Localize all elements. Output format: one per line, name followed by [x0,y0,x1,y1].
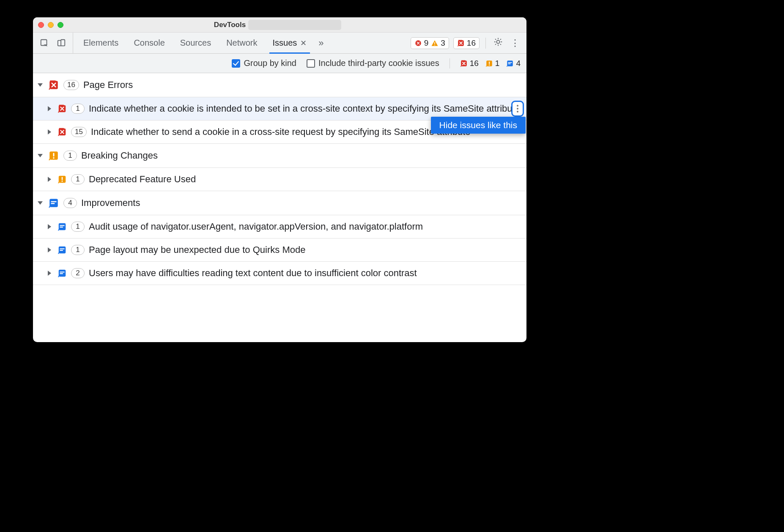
issue-row[interactable]: 1 Page layout may be unexpected due to Q… [33,239,526,261]
filter-error-count[interactable]: 16 [460,59,479,68]
error-circle-icon [414,39,422,47]
error-speech-icon [457,39,465,47]
issues-count-pill[interactable]: 16 [453,37,480,49]
disclosure-triangle-icon[interactable] [36,199,44,207]
inspect-element-button[interactable] [38,37,51,49]
tab-network[interactable]: Network [219,33,265,53]
maximize-window-button[interactable] [58,22,63,28]
warning-speech-icon [58,175,67,184]
category-improvements: 4 Improvements [33,191,526,215]
window-title: DevTools [214,21,246,29]
disclosure-triangle-icon[interactable] [36,152,44,159]
category-header[interactable]: 16 Page Errors [33,73,526,97]
warning-speech-icon [48,150,59,161]
disclosure-triangle-icon[interactable] [46,105,53,112]
issue-item: 2 Users may have difficulties reading te… [33,262,526,285]
disclosure-triangle-icon[interactable] [36,81,44,89]
issue-text: Indicate whether a cookie is intended to… [89,102,522,115]
issue-row[interactable]: 1 Deprecated Feature Used [33,168,526,191]
context-menu-item-label: Hide issues like this [439,120,517,130]
error-speech-icon [460,60,468,67]
disclosure-triangle-icon[interactable] [46,176,53,183]
issue-count-badge: 2 [71,268,85,278]
issues-error-count: 16 [457,38,476,48]
kebab-icon [517,105,518,112]
issue-item: 1 Page layout may be unexpected due to Q… [33,239,526,262]
issue-count-badge: 1 [71,174,85,184]
close-window-button[interactable] [38,22,44,28]
issue-text: Page layout may be unexpected due to Qui… [89,244,522,256]
tab-strip: Elements Console Sources Network Issues … [76,33,314,53]
category-count-badge: 1 [63,151,77,161]
minimize-window-button[interactable] [48,22,54,28]
include-third-party-checkbox[interactable]: Include third-party cookie issues [307,58,439,68]
issue-item: 1 Audit usage of navigator.userAgent, na… [33,215,526,239]
issue-text: Users may have difficulties reading text… [89,267,522,280]
filter-info-count[interactable]: 4 [506,59,521,68]
error-speech-icon [58,127,67,137]
filter-warning-count[interactable]: 1 [485,59,500,68]
category-count-badge: 16 [63,80,79,90]
issue-row[interactable]: 2 Users may have difficulties reading te… [33,262,526,285]
error-count: 9 [414,38,429,48]
issue-item: 1 Indicate whether a cookie is intended … [33,97,526,121]
warning-triangle-icon [431,39,439,47]
disclosure-triangle-icon[interactable] [46,223,53,230]
category-header[interactable]: 4 Improvements [33,191,526,215]
window-controls [38,22,63,28]
tab-issues[interactable]: Issues ✕ [265,33,315,53]
info-speech-icon [58,245,67,255]
titlebar: DevTools [33,17,526,33]
category-header[interactable]: 1 Breaking Changes [33,144,526,167]
context-menu[interactable]: Hide issues like this [431,117,526,134]
close-tab-icon[interactable]: ✕ [300,39,307,47]
disclosure-triangle-icon[interactable] [46,269,53,277]
toolbar-separator [485,38,486,49]
group-by-kind-label: Group by kind [244,58,296,68]
include-third-party-label: Include third-party cookie issues [318,58,439,68]
issue-text: Deprecated Feature Used [89,173,522,186]
category-page-errors: 16 Page Errors [33,73,526,97]
disclosure-triangle-icon[interactable] [46,128,53,136]
warning-speech-icon [485,60,493,67]
issue-kind-counts: 16 1 4 [460,59,521,68]
issue-row[interactable]: 1 Audit usage of navigator.userAgent, na… [33,215,526,238]
info-speech-icon [58,269,67,278]
error-speech-icon [58,104,67,113]
issues-tree: 16 Page Errors 1 Indicate whether a cook… [33,73,526,285]
more-tabs-button[interactable]: » [314,33,328,53]
main-menu-button[interactable]: ⋮ [509,38,521,49]
issue-count-badge: 1 [71,245,85,255]
issue-item: 1 Deprecated Feature Used [33,168,526,191]
issue-count-badge: 1 [71,104,85,114]
filter-separator [450,58,450,69]
devtools-window: DevTools Elements Console Sources Networ… [33,17,526,342]
tab-elements[interactable]: Elements [76,33,126,53]
warning-count: 3 [431,38,445,48]
titlebar-url-placeholder [248,20,341,30]
issue-text: Audit usage of navigator.userAgent, navi… [89,220,522,233]
info-speech-icon [58,222,67,231]
disclosure-triangle-icon[interactable] [46,246,53,254]
tab-sources[interactable]: Sources [173,33,219,53]
issues-filter-bar: Group by kind Include third-party cookie… [33,54,526,73]
issue-row[interactable]: 1 Indicate whether a cookie is intended … [33,97,526,120]
group-by-kind-checkbox[interactable]: Group by kind [232,58,296,68]
issue-menu-button[interactable] [511,101,524,117]
checkbox-empty-icon [307,59,315,68]
console-counts-pill[interactable]: 9 3 [411,37,449,49]
info-speech-icon [506,60,514,67]
info-speech-icon [48,197,59,208]
checkbox-checked-icon [232,59,240,68]
settings-button[interactable] [492,37,504,49]
device-toolbar-button[interactable] [55,37,68,49]
category-label: Breaking Changes [81,150,158,161]
error-speech-icon [48,80,59,90]
category-breaking-changes: 1 Breaking Changes [33,144,526,168]
category-label: Improvements [81,197,140,208]
issue-count-badge: 15 [71,127,87,137]
devtools-toolbar: Elements Console Sources Network Issues … [33,33,526,54]
issue-count-badge: 1 [71,222,85,232]
tab-console[interactable]: Console [126,33,172,53]
category-label: Page Errors [83,80,133,90]
